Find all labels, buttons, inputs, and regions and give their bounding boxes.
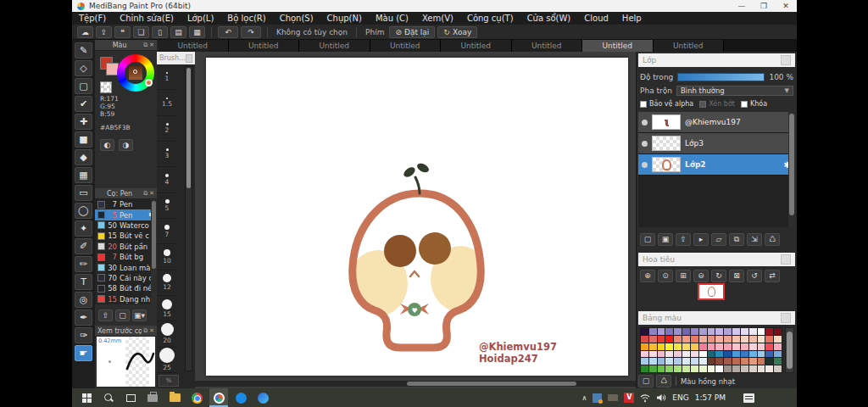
language-indicator[interactable]: ENG xyxy=(672,393,688,402)
palette-swatch[interactable] xyxy=(774,358,782,365)
export-icon[interactable]: ⇪ xyxy=(96,26,112,38)
layer-row-1[interactable]: Lớp3 xyxy=(638,133,795,154)
document-tab-2[interactable]: Untitled xyxy=(299,40,370,52)
layer-row-2[interactable]: Lớp2✱ xyxy=(638,154,795,176)
palette-swatch[interactable] xyxy=(691,343,698,350)
popout-icon[interactable]: ⧉ xyxy=(143,327,147,334)
palette-swatch[interactable] xyxy=(774,365,782,372)
tray-chevron-icon[interactable]: ∧ xyxy=(581,394,587,402)
duplicate-layer-icon[interactable]: ⧉ xyxy=(729,233,744,246)
brush-item-1[interactable]: 5Pen✱ xyxy=(95,209,157,220)
palette-swatch[interactable] xyxy=(649,351,657,358)
palette-swatch[interactable] xyxy=(774,328,782,335)
list-icon[interactable]: ▤ xyxy=(170,26,186,38)
chrome-app[interactable] xyxy=(187,388,206,407)
palette-swatch[interactable] xyxy=(708,358,715,365)
eyedropper-tool[interactable]: ✒ xyxy=(75,309,92,326)
color-wheel[interactable] xyxy=(117,54,154,92)
panel-button[interactable] xyxy=(781,313,791,323)
brush-size-item-5[interactable]: 5 xyxy=(157,193,177,219)
document-tab-3[interactable]: Untitled xyxy=(370,40,442,52)
popout-icon[interactable]: ⧉ xyxy=(143,42,147,48)
blend-mode-dropdown[interactable]: Bình thường ▼ xyxy=(676,86,793,96)
menu-item-11[interactable]: Help xyxy=(615,12,648,25)
menu-item-5[interactable]: Chụp(N) xyxy=(320,12,369,25)
brush-item-8[interactable]: 58Bút đi né xyxy=(95,283,157,293)
select-pen-tool[interactable]: ✐ xyxy=(75,238,92,254)
palette-swatch[interactable] xyxy=(715,328,723,335)
speaker-icon[interactable] xyxy=(656,393,666,403)
brush-size-item-3[interactable]: 3 xyxy=(157,142,177,167)
lasso-tool[interactable]: ◯ xyxy=(75,203,92,219)
palette-swatch[interactable] xyxy=(774,343,782,350)
fill-rect-tool[interactable]: ■ xyxy=(75,131,92,148)
palette-swatch[interactable] xyxy=(682,351,690,358)
palette-swatch[interactable] xyxy=(749,358,757,365)
marquee-select-tool[interactable]: ▭ xyxy=(75,185,92,201)
palette-swatch[interactable] xyxy=(649,343,657,350)
palette-swatch[interactable] xyxy=(665,336,673,343)
palette-swatch[interactable] xyxy=(749,343,757,350)
gradient-tool[interactable]: ▦ xyxy=(75,167,92,183)
brush-item-0[interactable]: 7Pen xyxy=(95,199,157,209)
palette-swatch[interactable] xyxy=(658,358,665,365)
palette-swatch[interactable] xyxy=(665,351,673,358)
operation-tool[interactable]: ◎ xyxy=(75,292,92,308)
palette-swatch[interactable] xyxy=(765,336,773,343)
brush-item-7[interactable]: 70Cái này đ xyxy=(95,273,157,283)
cloud-icon[interactable]: ☁ xyxy=(77,26,93,38)
wifi-icon[interactable] xyxy=(640,393,650,403)
palette-swatch[interactable] xyxy=(715,365,723,372)
document-tab-4[interactable]: Untitled xyxy=(441,40,512,52)
palette-swatch[interactable] xyxy=(765,358,773,365)
comment-list-icon[interactable]: ❏ xyxy=(133,26,149,38)
palette-swatch[interactable] xyxy=(658,343,665,350)
tray-app-icon[interactable] xyxy=(593,393,602,403)
store-app[interactable] xyxy=(143,388,162,407)
palette-swatch[interactable] xyxy=(708,365,715,372)
palette-swatch[interactable] xyxy=(732,328,740,335)
palette-swatch[interactable] xyxy=(758,336,765,343)
layer-visibility-icon[interactable] xyxy=(642,162,648,168)
action-center-icon[interactable] xyxy=(743,393,754,403)
close-icon[interactable]: ✕ xyxy=(149,42,154,48)
checkbox-2[interactable]: Khóa xyxy=(741,100,767,108)
close-icon[interactable]: ✕ xyxy=(149,327,154,334)
palette-swatch[interactable] xyxy=(715,343,723,350)
palette-swatch[interactable] xyxy=(749,365,757,372)
palette-swatch[interactable] xyxy=(658,336,665,343)
document-tab-5[interactable]: Untitled xyxy=(512,40,583,52)
menu-item-3[interactable]: Bộ lọc(R) xyxy=(220,12,272,25)
palette-swatch[interactable] xyxy=(682,365,690,372)
canvas-page[interactable]: ♥ @Khiemvu197 Hoidap247 xyxy=(206,58,628,376)
palette-swatch[interactable] xyxy=(699,328,707,335)
brush-size-item-6[interactable]: 7 xyxy=(157,219,177,244)
palette-swatch[interactable] xyxy=(641,336,648,343)
brush-size-item-2[interactable]: 2 xyxy=(157,116,177,142)
new-layer-icon[interactable]: ▢ xyxy=(640,233,655,246)
palette-swatch[interactable] xyxy=(774,336,782,343)
folder-icon[interactable]: ▱ xyxy=(711,233,726,246)
close-icon[interactable]: ✕ xyxy=(149,190,154,197)
palette-swatch[interactable] xyxy=(674,358,682,365)
palette-swatch[interactable] xyxy=(665,365,673,372)
palette-swatch[interactable] xyxy=(741,343,748,350)
file-explorer-app[interactable] xyxy=(165,388,184,407)
transparent-color-swatch[interactable] xyxy=(100,81,112,93)
palette-swatch[interactable] xyxy=(708,351,715,358)
palette-swatch[interactable] xyxy=(724,336,732,343)
brush-size-item-10[interactable]: 20 xyxy=(157,321,177,347)
menu-item-8[interactable]: Công cụ(T) xyxy=(460,12,520,25)
reset-button[interactable]: ⊘Đặt lại xyxy=(389,26,435,38)
document-tab-6[interactable]: Untitled xyxy=(582,40,654,52)
palette-swatch[interactable] xyxy=(741,336,748,343)
palette-swatch[interactable] xyxy=(758,358,765,365)
upload-brush-icon[interactable]: ⇧ xyxy=(98,309,113,321)
fit-window-icon[interactable]: ⊞ xyxy=(676,270,691,282)
palette-swatch[interactable] xyxy=(691,336,698,343)
close-button[interactable]: ✕ xyxy=(775,0,797,12)
palette-swatch[interactable] xyxy=(674,351,682,358)
palette-swatch[interactable] xyxy=(691,365,698,372)
menu-item-7[interactable]: Xem(V) xyxy=(415,12,460,25)
palette-swatch[interactable] xyxy=(641,343,648,350)
